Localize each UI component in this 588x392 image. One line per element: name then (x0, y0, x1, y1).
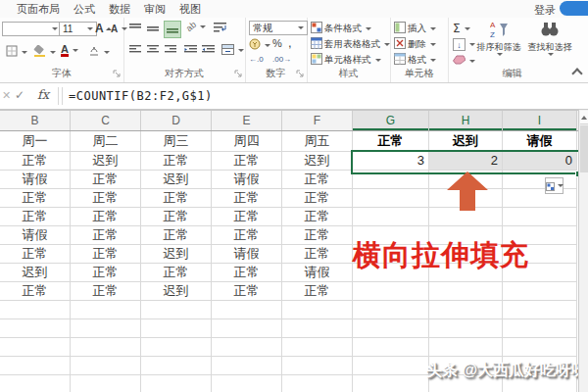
cell[interactable]: 正常 (282, 208, 353, 226)
cell[interactable]: 正常 (282, 171, 353, 189)
column-header-B[interactable]: B (0, 111, 71, 130)
cell[interactable] (503, 171, 577, 189)
decrease-indent-button[interactable] (184, 45, 197, 56)
cell[interactable] (212, 301, 282, 319)
cell[interactable]: 正常 (212, 264, 282, 282)
clear-button[interactable] (453, 55, 475, 67)
cell[interactable]: 周二 (71, 131, 141, 152)
cell-I2[interactable]: 0 (503, 152, 577, 171)
cell[interactable] (282, 375, 353, 392)
cell[interactable]: 正常 (141, 208, 212, 226)
cell[interactable] (141, 357, 212, 375)
conditional-formatting-button[interactable]: 条件格式 (311, 22, 371, 35)
column-header-E[interactable]: E (212, 111, 282, 130)
cell[interactable]: 请假 (212, 245, 282, 264)
cell[interactable] (353, 301, 429, 319)
insert-cells-button[interactable]: 插入 (394, 22, 436, 35)
column-header-D[interactable]: D (141, 111, 212, 130)
cell[interactable]: 正常 (0, 245, 71, 264)
sign-in-button[interactable]: 登录 (534, 3, 556, 18)
column-header-F[interactable]: F (282, 111, 353, 130)
alignment-dialog-launcher[interactable] (234, 69, 242, 79)
cell[interactable]: 迟到 (282, 152, 353, 171)
cell[interactable]: 正常 (71, 208, 141, 226)
cell[interactable] (0, 319, 71, 338)
cell[interactable]: 正常 (212, 189, 282, 208)
cell[interactable] (429, 301, 503, 319)
cell[interactable]: 正常 (212, 208, 282, 226)
cell[interactable] (353, 319, 429, 338)
tab-view[interactable]: 视图 (179, 2, 201, 17)
cell[interactable] (503, 301, 577, 319)
fill-button[interactable]: ↓ (453, 38, 475, 51)
orientation-button[interactable]: ab (186, 22, 206, 31)
percent-style-button[interactable]: % (272, 37, 282, 49)
cell[interactable]: 正常 (0, 152, 71, 171)
increase-decimal-button[interactable]: ←.0 (249, 55, 264, 64)
align-center-button[interactable] (147, 45, 159, 56)
align-middle-button[interactable] (147, 24, 159, 35)
increase-indent-button[interactable] (202, 45, 215, 56)
cell[interactable] (282, 301, 353, 319)
cell[interactable]: 正常 (141, 264, 212, 282)
align-bottom-button[interactable] (165, 22, 180, 37)
number-format-select[interactable]: 常规 (249, 21, 308, 35)
cell[interactable] (353, 357, 429, 375)
tab-formulas[interactable]: 公式 (74, 2, 95, 17)
cell[interactable]: 周五 (282, 131, 353, 152)
column-header-C[interactable]: C (71, 111, 141, 130)
cell[interactable]: 正常 (71, 226, 141, 245)
cell[interactable]: 周一 (0, 131, 71, 152)
cell[interactable] (353, 171, 429, 189)
cell[interactable]: 周三 (141, 131, 212, 152)
cell[interactable]: 请假 (0, 226, 71, 245)
column-header-H[interactable]: H (429, 111, 503, 130)
cell[interactable] (141, 375, 212, 392)
formula-input[interactable]: =COUNTIF(B2:F2,G$1) (69, 89, 213, 103)
cell[interactable]: 正常 (0, 189, 71, 208)
scrollbar-thumb[interactable] (580, 125, 588, 172)
cancel-icon[interactable]: ✕ (2, 89, 11, 102)
comma-style-button[interactable]: , (288, 35, 292, 50)
cell-H2[interactable]: 2 (429, 152, 503, 171)
cell[interactable] (212, 375, 282, 392)
autofill-options-button[interactable] (545, 177, 564, 194)
cell[interactable] (429, 338, 503, 357)
cell[interactable] (71, 319, 141, 338)
cell[interactable] (71, 375, 141, 392)
cell[interactable] (503, 189, 577, 208)
cell[interactable] (212, 338, 282, 357)
format-cells-button[interactable]: 格式 (394, 53, 436, 67)
borders-button[interactable] (6, 45, 27, 59)
cell[interactable]: 正常 (141, 189, 212, 208)
vertical-scrollbar[interactable] (578, 110, 588, 392)
cell[interactable] (282, 319, 353, 338)
cell[interactable] (71, 338, 141, 357)
tab-data[interactable]: 数据 (109, 2, 130, 17)
autosum-button[interactable]: Σ (453, 22, 470, 35)
cell[interactable] (0, 357, 71, 375)
delete-cells-button[interactable]: 删除 (394, 37, 436, 51)
format-as-table-button[interactable]: 套用表格格式 (311, 37, 390, 51)
cell[interactable]: 正常 (71, 189, 141, 208)
font-dialog-launcher[interactable] (113, 69, 121, 79)
cell[interactable] (503, 338, 577, 357)
cell[interactable] (353, 189, 429, 208)
cell[interactable]: 迟到 (141, 245, 212, 264)
cell[interactable]: 周四 (212, 131, 282, 152)
tab-page-layout[interactable]: 页面布局 (17, 2, 60, 17)
cell[interactable] (429, 282, 503, 301)
cell[interactable] (353, 208, 429, 226)
font-name-select[interactable] (2, 22, 62, 36)
font-size-select[interactable]: 11 (59, 22, 97, 36)
cell[interactable] (503, 208, 577, 226)
insert-function-button[interactable]: fx (37, 87, 49, 102)
cell[interactable] (212, 319, 282, 338)
cell[interactable] (503, 282, 577, 301)
cell[interactable]: 正常 (141, 152, 212, 171)
cell[interactable]: 正常 (71, 264, 141, 282)
cell[interactable]: 正常 (282, 226, 353, 245)
number-dialog-launcher[interactable] (296, 69, 304, 79)
cell[interactable]: 正常 (282, 189, 353, 208)
cell[interactable] (353, 375, 429, 392)
